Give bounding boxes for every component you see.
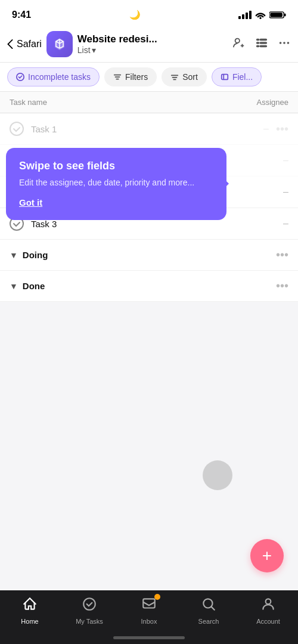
account-icon (260, 596, 276, 615)
search-label: Search (198, 618, 219, 625)
incomplete-tasks-label: Incomplete tasks (28, 72, 91, 82)
filters-button[interactable]: Filters (104, 67, 157, 86)
section-label-done: Done (23, 281, 271, 291)
task-assignee: – (221, 123, 269, 134)
status-bar: 9:41 🌙 (0, 0, 298, 26)
section-doing: ▼ Doing ••• (0, 240, 298, 271)
section-more-done[interactable]: ••• (276, 279, 288, 293)
inbox-label: Inbox (141, 618, 157, 625)
status-icons (238, 11, 286, 19)
svg-rect-4 (257, 39, 259, 40)
more-options-button[interactable] (278, 36, 291, 52)
tooltip-title: Swipe to see fields (19, 160, 213, 172)
tooltip-overlay: Swipe to see fields Edit the assignee, d… (6, 148, 226, 220)
nav-actions (232, 36, 291, 52)
nav-title: Website redesi... List ▾ (77, 33, 228, 55)
account-label: Account (256, 618, 280, 625)
table-row: Task 1 – ••• (0, 113, 298, 145)
search-icon (201, 596, 216, 615)
status-time: 9:41 (12, 10, 31, 20)
task-list: Task 1 – ••• Swipe to see fields Edit th… (0, 113, 298, 302)
sidebar-item-home[interactable]: Home (6, 596, 54, 625)
wifi-icon (255, 11, 266, 19)
svg-point-12 (287, 42, 290, 44)
svg-rect-14 (222, 75, 228, 80)
fields-label: Fiel... (232, 72, 253, 82)
back-label: Safari (17, 39, 42, 49)
task-assignee: – (241, 187, 288, 197)
section-label-doing: Doing (23, 250, 271, 260)
section-chevron-doing[interactable]: ▼ (10, 250, 18, 260)
sidebar-item-search[interactable]: Search (185, 596, 232, 625)
got-it-button[interactable]: Got it (19, 197, 42, 208)
decorative-circle (203, 460, 232, 490)
sidebar-item-account[interactable]: Account (244, 596, 292, 625)
home-icon (22, 596, 38, 615)
back-button[interactable]: Safari (7, 39, 42, 49)
sidebar-item-my-tasks[interactable]: My Tasks (66, 596, 113, 625)
add-task-button[interactable]: + (250, 539, 284, 572)
project-title: Website redesi... (77, 33, 228, 45)
svg-rect-1 (284, 14, 286, 17)
task-name: Task 3 (31, 219, 234, 229)
svg-point-3 (235, 38, 240, 42)
my-tasks-icon (82, 596, 97, 615)
list-options-button[interactable] (255, 36, 268, 52)
svg-rect-2 (270, 13, 283, 17)
incomplete-tasks-filter[interactable]: Incomplete tasks (7, 67, 100, 86)
section-done: ▼ Done ••• (0, 271, 298, 302)
app-icon (46, 31, 73, 57)
task-checkbox[interactable] (10, 122, 24, 136)
filters-label: Filters (125, 72, 148, 82)
view-type[interactable]: List ▾ (77, 45, 228, 55)
task-name-header: Task name (10, 98, 241, 107)
home-label: Home (21, 618, 38, 625)
tooltip-description: Edit the assignee, due date, priority an… (19, 177, 213, 189)
section-chevron-done[interactable]: ▼ (10, 281, 18, 291)
my-tasks-label: My Tasks (76, 618, 103, 625)
svg-point-17 (266, 599, 271, 604)
fields-button[interactable]: Fiel... (212, 67, 262, 86)
svg-point-11 (283, 42, 285, 44)
assignee-header: Assignee (241, 98, 288, 107)
svg-rect-8 (257, 45, 259, 47)
sort-button[interactable]: Sort (162, 67, 207, 86)
filter-bar: Incomplete tasks Filters Sort Fiel... (0, 63, 298, 92)
battery-icon (269, 11, 286, 19)
add-member-button[interactable] (232, 36, 246, 52)
svg-rect-6 (257, 42, 259, 44)
plus-icon: + (262, 547, 272, 564)
svg-rect-5 (260, 39, 266, 40)
task-assignee: – (241, 155, 288, 166)
navigation-bar: Safari Website redesi... List ▾ (0, 26, 298, 63)
section-more-doing[interactable]: ••• (276, 248, 288, 262)
svg-rect-7 (260, 42, 266, 44)
table-header: Task name Assignee (0, 92, 298, 113)
svg-point-15 (83, 598, 95, 610)
sidebar-item-inbox[interactable]: Inbox (125, 596, 173, 625)
task-assignee: – (241, 218, 288, 229)
svg-point-10 (280, 42, 282, 44)
chevron-down-icon: ▾ (92, 45, 96, 55)
home-indicator (113, 636, 185, 639)
inbox-icon (141, 596, 157, 615)
moon-icon: 🌙 (129, 10, 141, 20)
inbox-badge (154, 594, 160, 600)
task-name: Task 1 (31, 124, 214, 134)
signal-icon (238, 11, 252, 19)
task-more-button[interactable]: ••• (276, 122, 288, 136)
svg-rect-9 (260, 45, 266, 47)
sort-label: Sort (182, 72, 198, 82)
